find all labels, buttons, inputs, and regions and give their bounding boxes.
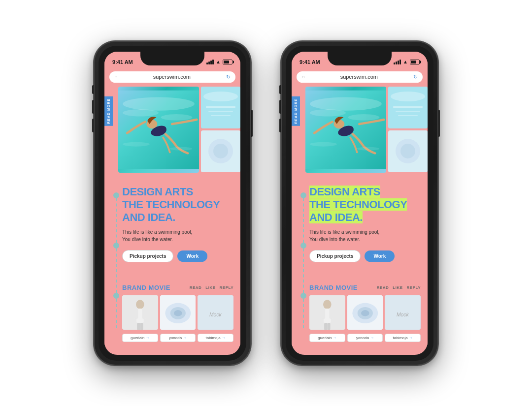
power-button — [251, 110, 253, 137]
read-more-tab-left[interactable]: READ MORE — [104, 96, 113, 126]
brand-section-right: BRAND MOVIE READ LIKE REPLY — [292, 280, 428, 346]
brand-header-right: BRAND MOVIE READ LIKE REPLY — [309, 284, 421, 291]
svg-point-32 — [310, 109, 346, 117]
pickup-button-right[interactable]: Pickup projects — [309, 250, 361, 262]
brand-header-left: BRAND MOVIE READ LIKE REPLY — [122, 284, 233, 291]
address-bar-left[interactable]: ○ superswim.com ↻ — [109, 71, 235, 83]
swimmer-svg-right — [305, 87, 386, 173]
brand-reply-left[interactable]: REPLY — [220, 285, 233, 290]
grid-img-1-right — [309, 295, 345, 330]
work-button-left[interactable]: Work — [177, 250, 207, 262]
brand-actions-left: READ LIKE REPLY — [190, 285, 233, 290]
brand-link-yonoda-right[interactable]: yonoda → — [347, 334, 383, 342]
svg-point-16 — [213, 144, 228, 158]
grid-img-3-right: Mock — [385, 295, 421, 330]
signal-bar-r3 — [398, 61, 399, 64]
notch-left — [140, 52, 204, 65]
url-text-left: superswim.com — [121, 74, 223, 80]
brand-like-left[interactable]: LIKE — [205, 285, 215, 290]
brand-link-guerlain-left[interactable]: guerlain → — [122, 334, 158, 342]
battery-fill-right — [411, 61, 416, 63]
signal-bar-2 — [208, 62, 210, 64]
svg-point-7 — [123, 142, 150, 146]
svg-point-48 — [323, 300, 332, 309]
hero-section-left: READ MORE — [104, 87, 240, 178]
vol-down-button-right — [279, 119, 281, 132]
brand-link-label-3-right: tabimoja — [393, 336, 408, 340]
svg-point-37 — [310, 142, 337, 146]
brand-link-arrow-3-left: → — [222, 336, 226, 340]
phone-right: 9:41 AM ▲ — [281, 41, 438, 366]
brand-reply-right[interactable]: REPLY — [407, 285, 421, 290]
battery-fill-left — [224, 61, 229, 63]
brand-link-yonoda-left[interactable]: yonoda → — [160, 334, 196, 342]
svg-rect-42 — [396, 111, 420, 112]
brand-link-tabimoja-right[interactable]: tabimoja → — [385, 334, 421, 342]
image-grid-right: Mock — [309, 295, 421, 330]
text-section-right: DESIGN ARTS THE TECHNOLOGY AND IDEA. Thi… — [292, 182, 428, 280]
small-img-bottom-svg — [201, 130, 240, 172]
brand-like-right[interactable]: LIKE — [393, 285, 402, 290]
vol-down-button — [92, 119, 94, 132]
svg-point-18 — [136, 300, 144, 309]
brand-link-tabimoja-left[interactable]: tabimoja → — [198, 334, 233, 342]
work-button-right[interactable]: Work — [365, 250, 395, 262]
timeline-dot-3-right — [300, 293, 306, 299]
timeline-dot-2-right — [300, 243, 306, 249]
small-img-bottom-svg-r — [388, 130, 428, 172]
brand-links-left: guerlain → yonoda → tabimoja → — [122, 334, 233, 342]
subtext-right: This life is like a swimming pool,You di… — [309, 228, 421, 243]
svg-rect-12 — [208, 111, 233, 112]
phone-left: 9:41 AM ▲ — [94, 41, 251, 366]
grid-img-2-svg — [160, 295, 196, 330]
timeline-line-2-left — [116, 249, 117, 293]
brand-link-arrow-2-left: → — [183, 336, 187, 340]
svg-rect-43 — [398, 115, 418, 116]
refresh-icon-right[interactable]: ↻ — [413, 74, 418, 80]
brand-link-label-1-left: guerlain — [131, 336, 144, 340]
timeline-line-3-right — [303, 299, 304, 328]
svg-rect-11 — [206, 106, 235, 108]
brand-link-label-2-left: yonoda — [169, 336, 182, 340]
brand-read-left[interactable]: READ — [190, 285, 202, 290]
signal-icon-right — [394, 60, 401, 64]
hero-section-right: READ MORE — [292, 87, 428, 178]
hero-small-top-left — [201, 87, 240, 128]
svg-point-2 — [123, 109, 159, 117]
brand-section-left: BRAND MOVIE READ LIKE REPLY — [104, 280, 240, 346]
status-icons-right: ▲ — [394, 59, 420, 64]
headline-line3-right: AND IDEA. — [309, 211, 363, 223]
timeline-line-3-left — [116, 299, 117, 328]
headline-left: DESIGN ARTS THE TECHNOLOGY AND IDEA. — [122, 186, 233, 224]
phone-inner-right: 9:41 AM ▲ — [286, 46, 433, 361]
brand-actions-right: READ LIKE REPLY — [377, 285, 421, 290]
grid-img-3-left: Mock — [198, 295, 233, 330]
swimmer-svg-left — [118, 87, 199, 173]
headline-line2-left: THE TECHNOLOGY — [122, 198, 220, 211]
status-time-right: 9:41 AM — [299, 59, 320, 65]
brand-title-right: BRAND MOVIE — [309, 284, 358, 291]
address-bar-right[interactable]: ○ superswim.com ↻ — [297, 71, 423, 83]
vol-up-button — [92, 100, 94, 114]
battery-icon-right — [410, 60, 420, 64]
read-more-tab-right[interactable]: READ MORE — [292, 96, 300, 126]
brand-link-arrow-1-right: → — [333, 336, 337, 340]
headline-line1-right: DESIGN ARTS — [309, 186, 380, 198]
text-section-left: DESIGN ARTS THE TECHNOLOGY AND IDEA. Thi… — [104, 182, 240, 280]
brand-title-left: BRAND MOVIE — [122, 284, 170, 291]
url-text-right: superswim.com — [308, 74, 410, 80]
phone-screen-right: 9:41 AM ▲ — [292, 52, 428, 355]
timeline-line-1-right — [303, 198, 304, 243]
svg-rect-20 — [134, 308, 138, 318]
hero-side-images-right — [388, 87, 428, 178]
svg-rect-22 — [137, 323, 140, 330]
refresh-icon-left[interactable]: ↻ — [226, 74, 231, 80]
pickup-button-left[interactable]: Pickup projects — [122, 250, 173, 262]
brand-read-right[interactable]: READ — [377, 285, 389, 290]
headline-line1-left: DESIGN ARTS — [122, 186, 193, 198]
svg-rect-41 — [393, 106, 423, 108]
brand-link-guerlain-right[interactable]: guerlain → — [309, 334, 345, 342]
hero-main-image-right — [305, 87, 386, 173]
brand-link-arrow-2-right: → — [370, 336, 374, 340]
search-icon-right: ○ — [301, 74, 305, 80]
